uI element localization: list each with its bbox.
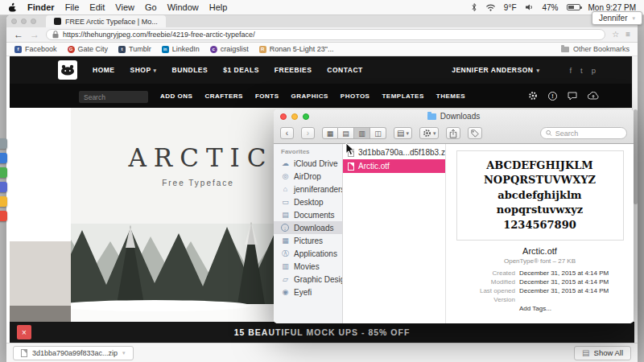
tags-button[interactable]	[468, 127, 482, 139]
download-item[interactable]: 3d1bba790a99f833ac...zip ▾	[13, 346, 134, 360]
battery-icon[interactable]	[567, 4, 580, 10]
menu-edit[interactable]: Edit	[89, 2, 105, 12]
macos-menubar: Finder File Edit View Go Window Help 9°F…	[0, 0, 644, 15]
column-view-button[interactable]: ▥	[354, 127, 370, 139]
sidebar-item-documents[interactable]: ▤Documents	[274, 208, 342, 221]
zoom-window-button[interactable]	[31, 19, 36, 24]
sidebar-item-desktop[interactable]: ▭Desktop	[274, 195, 342, 208]
nav-contact[interactable]: CONTACT	[327, 66, 362, 74]
sidebar-item-icloud-drive[interactable]: ☁iCloud Drive	[274, 157, 342, 170]
browser-menu-icon[interactable]: ≡	[625, 31, 630, 39]
site-logo[interactable]	[58, 60, 77, 80]
account-menu[interactable]: JENNIFER ANDERSON▾	[452, 66, 539, 74]
menu-go[interactable]: Go	[145, 2, 157, 12]
back-button[interactable]: ‹	[280, 127, 294, 139]
subnav-graphics[interactable]: GRAPHICS	[291, 93, 328, 100]
sidebar-item-movies[interactable]: ▥Movies	[274, 260, 342, 273]
facebook-icon[interactable]: f	[569, 66, 572, 75]
alert-icon[interactable]: !	[548, 92, 557, 101]
add-tags-link[interactable]: Add Tags...	[519, 305, 624, 312]
nav-bundles[interactable]: BUNDLES	[172, 66, 208, 74]
menu-help[interactable]: Help	[209, 2, 228, 12]
promo-banner[interactable]: × 15 BEAUTIFUL MOCK UPS - 85% OFF	[10, 322, 634, 343]
minimize-window-button[interactable]	[291, 113, 298, 120]
show-all-button[interactable]: ▤ Show All	[574, 346, 631, 360]
subnav-themes[interactable]: THEMES	[436, 93, 465, 100]
sidebar-item-airdrop[interactable]: ◎AirDrop	[274, 170, 342, 183]
scrollbar-thumb[interactable]	[634, 109, 638, 204]
dock-app-icon[interactable]	[0, 182, 7, 192]
social-links: f t p	[569, 66, 596, 75]
sidebar-item-downloads[interactable]: ↓Downloads	[274, 221, 342, 234]
bookmark-ronan[interactable]: RRonan 5-Light 23"...	[259, 45, 334, 53]
arrange-button[interactable]: ▤ ▾	[394, 127, 412, 139]
browser-tab[interactable]: FREE Arctic Typeface | Mo...	[46, 15, 166, 27]
sidebar-item-eyefi[interactable]: ◉Eyefi	[274, 286, 342, 298]
site-search[interactable]	[79, 88, 148, 104]
menu-file[interactable]: File	[65, 2, 80, 12]
subnav-add-ons[interactable]: ADD ONS	[160, 93, 192, 100]
minimize-window-button[interactable]	[21, 19, 27, 24]
url-input[interactable]	[63, 31, 599, 39]
back-icon[interactable]: ←	[14, 30, 23, 39]
profile-chip[interactable]: Jennifer ▾	[592, 11, 642, 25]
forward-icon[interactable]: →	[30, 30, 39, 39]
subnav-crafters[interactable]: CRAFTERS	[204, 93, 243, 100]
dock-app-icon[interactable]	[0, 138, 7, 149]
subnav-templates[interactable]: TEMPLATES	[382, 93, 423, 100]
close-window-button[interactable]	[11, 19, 17, 24]
bookmark-tumblr[interactable]: tTumblr	[118, 45, 151, 53]
finder-search-input[interactable]	[555, 130, 621, 138]
menubar-app-name[interactable]: Finder	[27, 2, 55, 12]
sidebar-item-applications[interactable]: ⒶApplications	[274, 247, 342, 260]
chat-icon[interactable]	[568, 92, 577, 101]
sidebar-item-pictures[interactable]: ▦Pictures	[274, 234, 342, 247]
file-row-zip[interactable]: 3d1bba790a...d5f18b3.zip	[343, 146, 445, 159]
list-view-button[interactable]: ▤	[338, 127, 354, 139]
nav-freebies[interactable]: FREEBIES	[275, 66, 312, 74]
action-button[interactable]: ▾	[419, 127, 440, 139]
url-field[interactable]	[46, 29, 605, 40]
menu-view[interactable]: View	[115, 2, 134, 12]
bookmark-facebook[interactable]: fFacebook	[14, 45, 57, 53]
volume-icon[interactable]	[525, 3, 535, 11]
nav-shop[interactable]: SHOP▾	[130, 66, 157, 74]
applications-icon: Ⓐ	[281, 250, 290, 257]
finder-search-field[interactable]	[540, 127, 627, 139]
nav-home[interactable]: HOME	[93, 66, 115, 74]
subnav-photos[interactable]: PHOTOS	[341, 93, 370, 100]
file-row-arctic-otf[interactable]: Arctic.otf	[343, 159, 445, 173]
other-bookmarks[interactable]: Other Bookmarks	[561, 45, 630, 53]
weather-status[interactable]: 9°F	[504, 3, 517, 12]
close-icon[interactable]: ×	[17, 325, 31, 339]
share-button[interactable]	[446, 127, 460, 139]
subnav-fonts[interactable]: FONTS	[255, 93, 279, 100]
icon-view-button[interactable]: ▦	[322, 127, 338, 139]
close-window-button[interactable]	[280, 113, 287, 120]
gear-icon[interactable]	[528, 91, 538, 101]
dock-app-icon[interactable]	[0, 211, 7, 221]
site-search-input[interactable]	[79, 91, 148, 103]
sidebar-item-home[interactable]: ⌂jenniferanderson	[274, 183, 342, 195]
cloud-upload-icon[interactable]	[588, 92, 599, 100]
forward-button[interactable]: ›	[301, 127, 315, 139]
pinterest-icon[interactable]: p	[592, 66, 596, 75]
coverflow-view-button[interactable]: ◫	[370, 127, 386, 139]
chevron-down-icon[interactable]: ▾	[122, 350, 126, 356]
bookmark-linkedin[interactable]: inLinkedIn	[162, 45, 200, 53]
apple-icon[interactable]	[8, 2, 17, 13]
star-icon[interactable]: ☆	[612, 31, 619, 39]
menubar-clock[interactable]: Mon 9:27 PM	[588, 3, 636, 12]
dock-app-icon[interactable]	[0, 153, 7, 163]
zoom-window-button[interactable]	[303, 113, 309, 120]
twitter-icon[interactable]: t	[580, 66, 583, 75]
menu-window[interactable]: Window	[167, 2, 199, 12]
dock-app-icon[interactable]	[0, 167, 7, 178]
bluetooth-icon[interactable]	[471, 2, 477, 12]
sidebar-item-graphic-design[interactable]: ▱Graphic Design	[274, 273, 342, 286]
nav-1-deals[interactable]: $1 DEALS	[223, 66, 259, 74]
wifi-icon[interactable]	[485, 3, 496, 11]
dock-app-icon[interactable]	[0, 196, 7, 207]
bookmark-craigslist[interactable]: ccraigslist	[210, 45, 249, 53]
bookmark-gate-city[interactable]: GGate City	[68, 45, 109, 53]
